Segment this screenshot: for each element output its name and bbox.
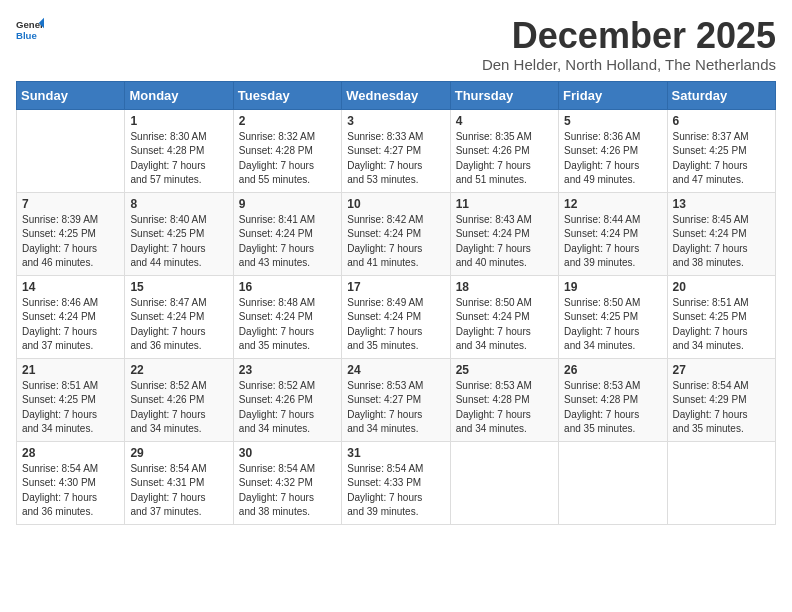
calendar-cell: 3Sunrise: 8:33 AM Sunset: 4:27 PM Daylig… (342, 109, 450, 192)
day-number: 8 (130, 197, 227, 211)
calendar-header-tuesday: Tuesday (233, 81, 341, 109)
day-number: 1 (130, 114, 227, 128)
day-number: 18 (456, 280, 553, 294)
day-number: 6 (673, 114, 770, 128)
day-number: 15 (130, 280, 227, 294)
day-info: Sunrise: 8:54 AM Sunset: 4:29 PM Dayligh… (673, 379, 770, 437)
page-header: General Blue December 2025 Den Helder, N… (16, 16, 776, 73)
calendar-cell: 8Sunrise: 8:40 AM Sunset: 4:25 PM Daylig… (125, 192, 233, 275)
calendar-cell (450, 441, 558, 524)
calendar-cell: 19Sunrise: 8:50 AM Sunset: 4:25 PM Dayli… (559, 275, 667, 358)
calendar-header-saturday: Saturday (667, 81, 775, 109)
calendar-cell: 26Sunrise: 8:53 AM Sunset: 4:28 PM Dayli… (559, 358, 667, 441)
day-number: 14 (22, 280, 119, 294)
day-number: 23 (239, 363, 336, 377)
day-number: 21 (22, 363, 119, 377)
day-info: Sunrise: 8:30 AM Sunset: 4:28 PM Dayligh… (130, 130, 227, 188)
calendar-cell: 27Sunrise: 8:54 AM Sunset: 4:29 PM Dayli… (667, 358, 775, 441)
day-number: 11 (456, 197, 553, 211)
calendar-cell: 21Sunrise: 8:51 AM Sunset: 4:25 PM Dayli… (17, 358, 125, 441)
calendar-cell: 25Sunrise: 8:53 AM Sunset: 4:28 PM Dayli… (450, 358, 558, 441)
day-info: Sunrise: 8:39 AM Sunset: 4:25 PM Dayligh… (22, 213, 119, 271)
day-number: 25 (456, 363, 553, 377)
location-title: Den Helder, North Holland, The Netherlan… (482, 56, 776, 73)
calendar-header-friday: Friday (559, 81, 667, 109)
day-info: Sunrise: 8:51 AM Sunset: 4:25 PM Dayligh… (22, 379, 119, 437)
day-number: 9 (239, 197, 336, 211)
calendar-week-row: 1Sunrise: 8:30 AM Sunset: 4:28 PM Daylig… (17, 109, 776, 192)
calendar-cell: 14Sunrise: 8:46 AM Sunset: 4:24 PM Dayli… (17, 275, 125, 358)
calendar-cell: 6Sunrise: 8:37 AM Sunset: 4:25 PM Daylig… (667, 109, 775, 192)
calendar-week-row: 14Sunrise: 8:46 AM Sunset: 4:24 PM Dayli… (17, 275, 776, 358)
calendar-header-thursday: Thursday (450, 81, 558, 109)
day-info: Sunrise: 8:53 AM Sunset: 4:28 PM Dayligh… (564, 379, 661, 437)
calendar-cell: 13Sunrise: 8:45 AM Sunset: 4:24 PM Dayli… (667, 192, 775, 275)
day-info: Sunrise: 8:37 AM Sunset: 4:25 PM Dayligh… (673, 130, 770, 188)
day-number: 29 (130, 446, 227, 460)
day-number: 26 (564, 363, 661, 377)
day-info: Sunrise: 8:52 AM Sunset: 4:26 PM Dayligh… (239, 379, 336, 437)
calendar-cell: 1Sunrise: 8:30 AM Sunset: 4:28 PM Daylig… (125, 109, 233, 192)
day-info: Sunrise: 8:54 AM Sunset: 4:30 PM Dayligh… (22, 462, 119, 520)
day-info: Sunrise: 8:54 AM Sunset: 4:32 PM Dayligh… (239, 462, 336, 520)
calendar-cell: 5Sunrise: 8:36 AM Sunset: 4:26 PM Daylig… (559, 109, 667, 192)
day-number: 4 (456, 114, 553, 128)
calendar-cell: 18Sunrise: 8:50 AM Sunset: 4:24 PM Dayli… (450, 275, 558, 358)
svg-text:General: General (16, 19, 44, 30)
day-number: 28 (22, 446, 119, 460)
day-number: 13 (673, 197, 770, 211)
day-info: Sunrise: 8:54 AM Sunset: 4:33 PM Dayligh… (347, 462, 444, 520)
calendar-cell: 4Sunrise: 8:35 AM Sunset: 4:26 PM Daylig… (450, 109, 558, 192)
calendar-cell: 9Sunrise: 8:41 AM Sunset: 4:24 PM Daylig… (233, 192, 341, 275)
calendar-cell: 16Sunrise: 8:48 AM Sunset: 4:24 PM Dayli… (233, 275, 341, 358)
day-number: 2 (239, 114, 336, 128)
calendar-week-row: 28Sunrise: 8:54 AM Sunset: 4:30 PM Dayli… (17, 441, 776, 524)
day-info: Sunrise: 8:53 AM Sunset: 4:28 PM Dayligh… (456, 379, 553, 437)
day-number: 31 (347, 446, 444, 460)
calendar-cell: 15Sunrise: 8:47 AM Sunset: 4:24 PM Dayli… (125, 275, 233, 358)
calendar-header-wednesday: Wednesday (342, 81, 450, 109)
day-info: Sunrise: 8:49 AM Sunset: 4:24 PM Dayligh… (347, 296, 444, 354)
calendar-cell: 2Sunrise: 8:32 AM Sunset: 4:28 PM Daylig… (233, 109, 341, 192)
calendar-cell: 22Sunrise: 8:52 AM Sunset: 4:26 PM Dayli… (125, 358, 233, 441)
day-number: 3 (347, 114, 444, 128)
day-info: Sunrise: 8:53 AM Sunset: 4:27 PM Dayligh… (347, 379, 444, 437)
calendar-cell: 7Sunrise: 8:39 AM Sunset: 4:25 PM Daylig… (17, 192, 125, 275)
day-info: Sunrise: 8:52 AM Sunset: 4:26 PM Dayligh… (130, 379, 227, 437)
day-info: Sunrise: 8:46 AM Sunset: 4:24 PM Dayligh… (22, 296, 119, 354)
logo: General Blue (16, 16, 44, 44)
day-info: Sunrise: 8:51 AM Sunset: 4:25 PM Dayligh… (673, 296, 770, 354)
day-number: 22 (130, 363, 227, 377)
calendar-week-row: 21Sunrise: 8:51 AM Sunset: 4:25 PM Dayli… (17, 358, 776, 441)
month-title: December 2025 (482, 16, 776, 56)
day-info: Sunrise: 8:41 AM Sunset: 4:24 PM Dayligh… (239, 213, 336, 271)
calendar-cell: 30Sunrise: 8:54 AM Sunset: 4:32 PM Dayli… (233, 441, 341, 524)
day-info: Sunrise: 8:48 AM Sunset: 4:24 PM Dayligh… (239, 296, 336, 354)
calendar-cell (559, 441, 667, 524)
day-info: Sunrise: 8:43 AM Sunset: 4:24 PM Dayligh… (456, 213, 553, 271)
day-info: Sunrise: 8:50 AM Sunset: 4:25 PM Dayligh… (564, 296, 661, 354)
svg-text:Blue: Blue (16, 30, 37, 41)
calendar-table: SundayMondayTuesdayWednesdayThursdayFrid… (16, 81, 776, 525)
day-number: 16 (239, 280, 336, 294)
calendar-week-row: 7Sunrise: 8:39 AM Sunset: 4:25 PM Daylig… (17, 192, 776, 275)
calendar-cell: 24Sunrise: 8:53 AM Sunset: 4:27 PM Dayli… (342, 358, 450, 441)
calendar-cell: 20Sunrise: 8:51 AM Sunset: 4:25 PM Dayli… (667, 275, 775, 358)
day-info: Sunrise: 8:54 AM Sunset: 4:31 PM Dayligh… (130, 462, 227, 520)
calendar-cell: 12Sunrise: 8:44 AM Sunset: 4:24 PM Dayli… (559, 192, 667, 275)
calendar-header-row: SundayMondayTuesdayWednesdayThursdayFrid… (17, 81, 776, 109)
calendar-cell (667, 441, 775, 524)
calendar-cell: 28Sunrise: 8:54 AM Sunset: 4:30 PM Dayli… (17, 441, 125, 524)
day-info: Sunrise: 8:32 AM Sunset: 4:28 PM Dayligh… (239, 130, 336, 188)
logo-icon: General Blue (16, 16, 44, 44)
day-number: 20 (673, 280, 770, 294)
calendar-cell: 11Sunrise: 8:43 AM Sunset: 4:24 PM Dayli… (450, 192, 558, 275)
calendar-cell: 23Sunrise: 8:52 AM Sunset: 4:26 PM Dayli… (233, 358, 341, 441)
day-info: Sunrise: 8:45 AM Sunset: 4:24 PM Dayligh… (673, 213, 770, 271)
day-number: 27 (673, 363, 770, 377)
day-info: Sunrise: 8:42 AM Sunset: 4:24 PM Dayligh… (347, 213, 444, 271)
day-info: Sunrise: 8:47 AM Sunset: 4:24 PM Dayligh… (130, 296, 227, 354)
day-number: 12 (564, 197, 661, 211)
calendar-cell: 10Sunrise: 8:42 AM Sunset: 4:24 PM Dayli… (342, 192, 450, 275)
day-info: Sunrise: 8:50 AM Sunset: 4:24 PM Dayligh… (456, 296, 553, 354)
